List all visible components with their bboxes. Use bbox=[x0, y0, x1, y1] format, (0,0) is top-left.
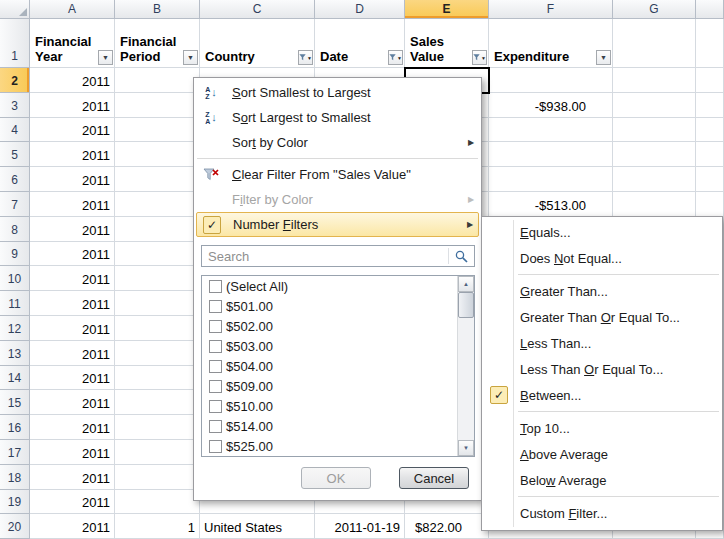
filter-value-504-00[interactable]: $504.00 bbox=[203, 357, 456, 377]
filter-applied-button-E[interactable]: ▼ bbox=[472, 50, 487, 65]
column-header-F[interactable]: F bbox=[489, 0, 613, 19]
cell-G5[interactable] bbox=[613, 142, 696, 167]
cell-B9[interactable] bbox=[115, 242, 200, 267]
filter-value-510-00[interactable]: $510.00 bbox=[203, 396, 456, 416]
row-header-16[interactable]: 16 bbox=[0, 415, 30, 440]
checkbox-icon[interactable] bbox=[209, 400, 222, 413]
cell-B6[interactable] bbox=[115, 167, 200, 192]
cell-G2[interactable] bbox=[613, 68, 696, 93]
cell-F5[interactable] bbox=[489, 142, 613, 167]
cell-A20[interactable]: 2011 bbox=[30, 514, 115, 539]
cell-A9[interactable]: 2011 bbox=[30, 242, 115, 267]
submenu-item-top-10[interactable]: Top 10... bbox=[484, 415, 720, 441]
filter-dropdown-button-F[interactable]: ▼ bbox=[596, 50, 611, 65]
row-header-10[interactable]: 10 bbox=[0, 266, 30, 291]
cell-F7[interactable]: -$513.00 bbox=[489, 192, 613, 217]
checkbox-icon[interactable] bbox=[209, 300, 222, 313]
checkbox-icon[interactable] bbox=[209, 380, 222, 393]
cell-G7[interactable] bbox=[613, 192, 696, 217]
filter-dropdown-button-B[interactable]: ▼ bbox=[183, 50, 198, 65]
cell-A2[interactable]: 2011 bbox=[30, 68, 115, 93]
header-cell-E[interactable]: SalesValue▼ bbox=[405, 19, 489, 68]
menu-item-sort-smallest-to-largest[interactable]: AZ↓Sort Smallest to Largest bbox=[196, 80, 479, 105]
submenu-item-between[interactable]: ✓Between... bbox=[484, 382, 720, 408]
scroll-down-icon[interactable]: ▼ bbox=[458, 440, 474, 456]
row-header-20[interactable]: 20 bbox=[0, 514, 30, 539]
menu-item-sort-largest-to-smallest[interactable]: ZA↓Sort Largest to Smallest bbox=[196, 105, 479, 130]
cell-A6[interactable]: 2011 bbox=[30, 167, 115, 192]
menu-item-filter-by-color[interactable]: Filter by Color▶ bbox=[196, 187, 479, 212]
cell-G4[interactable] bbox=[613, 118, 696, 143]
cell-x3[interactable] bbox=[696, 93, 724, 118]
checkbox-icon[interactable] bbox=[209, 360, 222, 373]
row-header-14[interactable]: 14 bbox=[0, 366, 30, 391]
cell-D20[interactable]: 2011-01-19 bbox=[315, 514, 405, 539]
submenu-item-less-than[interactable]: Less Than... bbox=[484, 330, 720, 356]
header-cell-D[interactable]: Date▼ bbox=[315, 19, 405, 68]
filter-value-514-00[interactable]: $514.00 bbox=[203, 416, 456, 436]
cell-A14[interactable]: 2011 bbox=[30, 366, 115, 391]
scrollbar-track[interactable] bbox=[458, 292, 474, 440]
menu-item-clear-filter-from-sales-value[interactable]: Clear Filter From "Sales Value" bbox=[196, 162, 479, 187]
cell-x5[interactable] bbox=[696, 142, 724, 167]
filter-value-501-00[interactable]: $501.00 bbox=[203, 297, 456, 317]
column-header-D[interactable]: D bbox=[315, 0, 405, 19]
checkbox-icon[interactable] bbox=[209, 420, 222, 433]
row-header-3[interactable]: 3 bbox=[0, 93, 30, 118]
row-header-4[interactable]: 4 bbox=[0, 118, 30, 143]
cell-A7[interactable]: 2011 bbox=[30, 192, 115, 217]
row-header-17[interactable]: 17 bbox=[0, 440, 30, 465]
column-header-blank[interactable] bbox=[696, 0, 724, 19]
menu-item-number-filters[interactable]: ✓Number Filters▶ bbox=[196, 212, 479, 237]
cell-A4[interactable]: 2011 bbox=[30, 118, 115, 143]
submenu-item-greater-than-or-equal-to[interactable]: Greater Than Or Equal To... bbox=[484, 304, 720, 330]
submenu-item-above-average[interactable]: Above Average bbox=[484, 441, 720, 467]
cell-B4[interactable] bbox=[115, 118, 200, 143]
cell-A5[interactable]: 2011 bbox=[30, 142, 115, 167]
select-all-corner[interactable] bbox=[0, 0, 30, 19]
cell-C20[interactable]: United States bbox=[200, 514, 315, 539]
column-header-A[interactable]: A bbox=[30, 0, 115, 19]
header-cell-F[interactable]: Expenditure▼ bbox=[489, 19, 613, 68]
column-header-G[interactable]: G bbox=[613, 0, 696, 19]
header-cell-A[interactable]: FinancialYear▼ bbox=[30, 19, 115, 68]
cell-A13[interactable]: 2011 bbox=[30, 341, 115, 366]
cancel-button[interactable]: Cancel bbox=[399, 467, 469, 489]
header-cell-C[interactable]: Country▼ bbox=[200, 19, 315, 68]
cell-B14[interactable] bbox=[115, 366, 200, 391]
submenu-item-greater-than[interactable]: Greater Than... bbox=[484, 278, 720, 304]
scrollbar-thumb[interactable] bbox=[458, 292, 474, 318]
header-cell-B[interactable]: FinancialPeriod▼ bbox=[115, 19, 200, 68]
checkbox-icon[interactable] bbox=[209, 280, 222, 293]
cell-B12[interactable] bbox=[115, 316, 200, 341]
menu-item-sort-by-color[interactable]: Sort by Color▶ bbox=[196, 130, 479, 155]
cell-A15[interactable]: 2011 bbox=[30, 390, 115, 415]
checkbox-icon[interactable] bbox=[209, 320, 222, 333]
cell-A17[interactable]: 2011 bbox=[30, 440, 115, 465]
cell-B5[interactable] bbox=[115, 142, 200, 167]
column-header-E[interactable]: E bbox=[405, 0, 489, 19]
ok-button[interactable]: OK bbox=[301, 467, 371, 489]
cell-A8[interactable]: 2011 bbox=[30, 217, 115, 242]
cell-F6[interactable] bbox=[489, 167, 613, 192]
header-cell-G[interactable] bbox=[613, 19, 696, 68]
row-header-5[interactable]: 5 bbox=[0, 142, 30, 167]
checkbox-icon[interactable] bbox=[209, 440, 222, 453]
cell-x4[interactable] bbox=[696, 118, 724, 143]
row-header-11[interactable]: 11 bbox=[0, 291, 30, 316]
cell-B11[interactable] bbox=[115, 291, 200, 316]
submenu-item-custom-filter[interactable]: Custom Filter... bbox=[484, 500, 720, 526]
row-header-19[interactable]: 19 bbox=[0, 490, 30, 515]
header-cell-blank[interactable] bbox=[696, 19, 724, 68]
cell-B19[interactable] bbox=[115, 490, 200, 515]
row-header-7[interactable]: 7 bbox=[0, 192, 30, 217]
cell-B13[interactable] bbox=[115, 341, 200, 366]
row-header-2[interactable]: 2 bbox=[0, 68, 30, 93]
cell-A16[interactable]: 2011 bbox=[30, 415, 115, 440]
cell-B7[interactable] bbox=[115, 192, 200, 217]
row-header-1[interactable]: 1 bbox=[0, 19, 30, 68]
cell-F4[interactable] bbox=[489, 118, 613, 143]
cell-A11[interactable]: 2011 bbox=[30, 291, 115, 316]
filter-value-503-00[interactable]: $503.00 bbox=[203, 337, 456, 357]
cell-B3[interactable] bbox=[115, 93, 200, 118]
